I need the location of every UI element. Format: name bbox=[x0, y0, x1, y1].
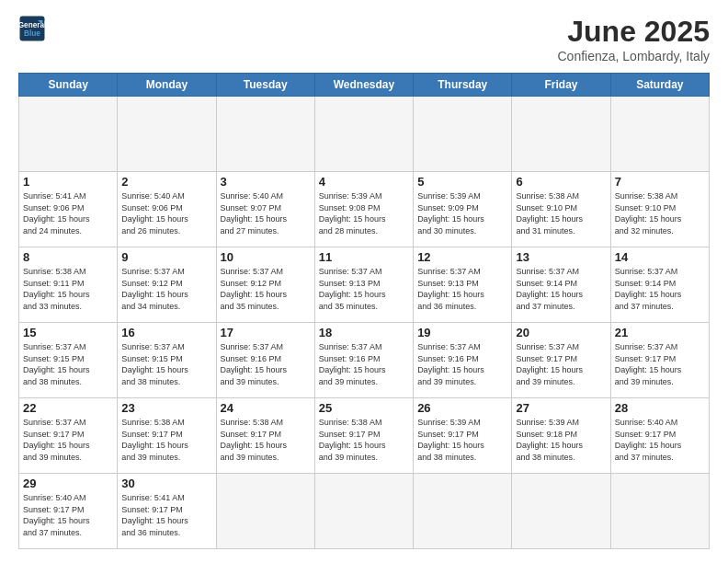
calendar-cell: 14Sunrise: 5:37 AMSunset: 9:14 PMDayligh… bbox=[610, 247, 709, 323]
calendar-cell bbox=[512, 474, 610, 549]
calendar-cell: 4Sunrise: 5:39 AMSunset: 9:08 PMDaylight… bbox=[314, 172, 413, 247]
cell-info: Sunrise: 5:39 AMSunset: 9:17 PMDaylight:… bbox=[417, 417, 507, 463]
cell-info: Sunrise: 5:39 AMSunset: 9:18 PMDaylight:… bbox=[516, 417, 606, 463]
cell-info: Sunrise: 5:37 AMSunset: 9:17 PMDaylight:… bbox=[23, 417, 113, 463]
calendar-week-2: 8Sunrise: 5:38 AMSunset: 9:11 PMDaylight… bbox=[19, 247, 710, 323]
day-number: 12 bbox=[417, 250, 507, 264]
day-number: 17 bbox=[221, 326, 311, 339]
cell-info: Sunrise: 5:41 AMSunset: 9:17 PMDaylight:… bbox=[121, 492, 211, 538]
day-number: 15 bbox=[23, 326, 113, 339]
day-number: 28 bbox=[615, 401, 705, 415]
day-number: 3 bbox=[221, 175, 311, 189]
calendar-cell bbox=[414, 474, 512, 549]
calendar-cell: 7Sunrise: 5:38 AMSunset: 9:10 PMDaylight… bbox=[610, 172, 709, 247]
cell-info: Sunrise: 5:37 AMSunset: 9:12 PMDaylight:… bbox=[221, 266, 311, 312]
cell-info: Sunrise: 5:40 AMSunset: 9:17 PMDaylight:… bbox=[615, 417, 705, 463]
calendar-cell: 21Sunrise: 5:37 AMSunset: 9:17 PMDayligh… bbox=[610, 323, 709, 398]
cell-info: Sunrise: 5:37 AMSunset: 9:16 PMDaylight:… bbox=[417, 341, 507, 387]
calendar-cell: 3Sunrise: 5:40 AMSunset: 9:07 PMDaylight… bbox=[216, 172, 314, 247]
calendar-cell: 16Sunrise: 5:37 AMSunset: 9:15 PMDayligh… bbox=[118, 323, 216, 398]
day-number: 10 bbox=[221, 250, 311, 264]
calendar-cell: 28Sunrise: 5:40 AMSunset: 9:17 PMDayligh… bbox=[610, 398, 709, 474]
cell-info: Sunrise: 5:37 AMSunset: 9:13 PMDaylight:… bbox=[417, 266, 507, 312]
calendar-cell bbox=[216, 474, 314, 549]
calendar-cell: 30Sunrise: 5:41 AMSunset: 9:17 PMDayligh… bbox=[118, 474, 216, 549]
cell-info: Sunrise: 5:37 AMSunset: 9:15 PMDaylight:… bbox=[121, 341, 211, 387]
logo-icon: General Blue bbox=[18, 15, 46, 42]
logo: General Blue bbox=[18, 15, 46, 42]
cell-info: Sunrise: 5:37 AMSunset: 9:14 PMDaylight:… bbox=[615, 266, 705, 312]
header: General Blue June 2025 Confienza, Lombar… bbox=[18, 15, 710, 63]
month-title: June 2025 bbox=[558, 15, 711, 49]
day-number: 16 bbox=[121, 326, 211, 339]
day-number: 29 bbox=[23, 477, 113, 490]
day-number: 22 bbox=[23, 401, 113, 415]
cell-info: Sunrise: 5:38 AMSunset: 9:10 PMDaylight:… bbox=[516, 190, 606, 236]
cell-info: Sunrise: 5:40 AMSunset: 9:06 PMDaylight:… bbox=[121, 190, 211, 236]
calendar-cell bbox=[216, 97, 314, 172]
calendar-cell: 17Sunrise: 5:37 AMSunset: 9:16 PMDayligh… bbox=[216, 323, 314, 398]
calendar-cell: 10Sunrise: 5:37 AMSunset: 9:12 PMDayligh… bbox=[216, 247, 314, 323]
calendar-cell: 27Sunrise: 5:39 AMSunset: 9:18 PMDayligh… bbox=[512, 398, 610, 474]
day-number: 7 bbox=[615, 175, 705, 189]
page: General Blue June 2025 Confienza, Lombar… bbox=[0, 0, 728, 563]
cell-info: Sunrise: 5:38 AMSunset: 9:17 PMDaylight:… bbox=[121, 417, 211, 463]
calendar-cell: 5Sunrise: 5:39 AMSunset: 9:09 PMDaylight… bbox=[414, 172, 512, 247]
day-number: 19 bbox=[417, 326, 507, 339]
weekday-header-wednesday: Wednesday bbox=[314, 74, 413, 97]
calendar-week-4: 22Sunrise: 5:37 AMSunset: 9:17 PMDayligh… bbox=[19, 398, 710, 474]
calendar-cell bbox=[314, 97, 413, 172]
day-number: 30 bbox=[121, 477, 211, 490]
calendar-cell: 1Sunrise: 5:41 AMSunset: 9:06 PMDaylight… bbox=[19, 172, 118, 247]
day-number: 21 bbox=[615, 326, 705, 339]
calendar-cell: 23Sunrise: 5:38 AMSunset: 9:17 PMDayligh… bbox=[118, 398, 216, 474]
weekday-header-thursday: Thursday bbox=[414, 74, 512, 97]
calendar-cell bbox=[414, 97, 512, 172]
calendar-cell: 6Sunrise: 5:38 AMSunset: 9:10 PMDaylight… bbox=[512, 172, 610, 247]
calendar-cell: 13Sunrise: 5:37 AMSunset: 9:14 PMDayligh… bbox=[512, 247, 610, 323]
calendar-week-5: 29Sunrise: 5:40 AMSunset: 9:17 PMDayligh… bbox=[19, 474, 710, 549]
calendar-cell bbox=[512, 97, 610, 172]
calendar-cell: 25Sunrise: 5:38 AMSunset: 9:17 PMDayligh… bbox=[314, 398, 413, 474]
cell-info: Sunrise: 5:39 AMSunset: 9:09 PMDaylight:… bbox=[417, 190, 507, 236]
calendar-cell: 19Sunrise: 5:37 AMSunset: 9:16 PMDayligh… bbox=[414, 323, 512, 398]
calendar-cell bbox=[314, 474, 413, 549]
cell-info: Sunrise: 5:38 AMSunset: 9:17 PMDaylight:… bbox=[221, 417, 311, 463]
calendar-week-3: 15Sunrise: 5:37 AMSunset: 9:15 PMDayligh… bbox=[19, 323, 710, 398]
calendar-cell: 20Sunrise: 5:37 AMSunset: 9:17 PMDayligh… bbox=[512, 323, 610, 398]
weekday-header-saturday: Saturday bbox=[610, 74, 709, 97]
weekday-header-sunday: Sunday bbox=[19, 74, 118, 97]
weekday-header-tuesday: Tuesday bbox=[216, 74, 314, 97]
calendar-cell: 22Sunrise: 5:37 AMSunset: 9:17 PMDayligh… bbox=[19, 398, 118, 474]
day-number: 25 bbox=[319, 401, 409, 415]
cell-info: Sunrise: 5:37 AMSunset: 9:14 PMDaylight:… bbox=[516, 266, 606, 312]
cell-info: Sunrise: 5:41 AMSunset: 9:06 PMDaylight:… bbox=[23, 190, 113, 236]
day-number: 20 bbox=[516, 326, 606, 339]
calendar-cell: 29Sunrise: 5:40 AMSunset: 9:17 PMDayligh… bbox=[19, 474, 118, 549]
weekday-header-monday: Monday bbox=[118, 74, 216, 97]
day-number: 13 bbox=[516, 250, 606, 264]
cell-info: Sunrise: 5:37 AMSunset: 9:16 PMDaylight:… bbox=[319, 341, 409, 387]
day-number: 9 bbox=[121, 250, 211, 264]
calendar-cell: 24Sunrise: 5:38 AMSunset: 9:17 PMDayligh… bbox=[216, 398, 314, 474]
cell-info: Sunrise: 5:38 AMSunset: 9:10 PMDaylight:… bbox=[615, 190, 705, 236]
day-number: 5 bbox=[417, 175, 507, 189]
day-number: 11 bbox=[319, 250, 409, 264]
calendar-cell bbox=[610, 474, 709, 549]
cell-info: Sunrise: 5:38 AMSunset: 9:17 PMDaylight:… bbox=[319, 417, 409, 463]
day-number: 24 bbox=[221, 401, 311, 415]
calendar-cell bbox=[118, 97, 216, 172]
calendar-cell bbox=[19, 97, 118, 172]
title-block: June 2025 Confienza, Lombardy, Italy bbox=[558, 15, 711, 63]
calendar-cell: 26Sunrise: 5:39 AMSunset: 9:17 PMDayligh… bbox=[414, 398, 512, 474]
cell-info: Sunrise: 5:37 AMSunset: 9:17 PMDaylight:… bbox=[615, 341, 705, 387]
day-number: 23 bbox=[121, 401, 211, 415]
day-number: 27 bbox=[516, 401, 606, 415]
calendar-cell: 18Sunrise: 5:37 AMSunset: 9:16 PMDayligh… bbox=[314, 323, 413, 398]
calendar-cell: 11Sunrise: 5:37 AMSunset: 9:13 PMDayligh… bbox=[314, 247, 413, 323]
day-number: 8 bbox=[23, 250, 113, 264]
cell-info: Sunrise: 5:38 AMSunset: 9:11 PMDaylight:… bbox=[23, 266, 113, 312]
cell-info: Sunrise: 5:37 AMSunset: 9:16 PMDaylight:… bbox=[221, 341, 311, 387]
calendar-cell: 9Sunrise: 5:37 AMSunset: 9:12 PMDaylight… bbox=[118, 247, 216, 323]
day-number: 26 bbox=[417, 401, 507, 415]
